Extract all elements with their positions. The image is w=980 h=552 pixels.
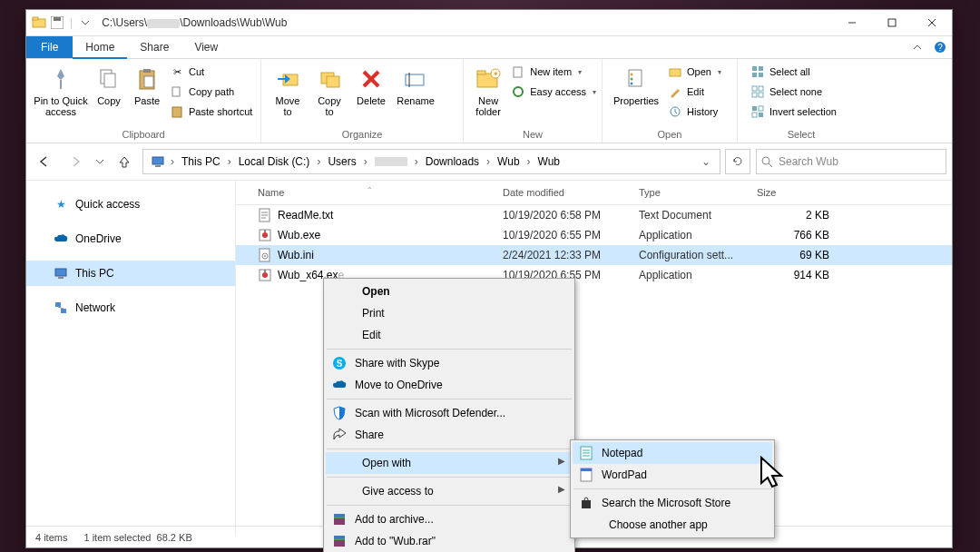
nav-this-pc[interactable]: This PC xyxy=(26,261,235,286)
new-item-button[interactable]: New item ▾ xyxy=(511,63,596,81)
search-input[interactable]: Search Wub xyxy=(756,149,946,174)
svg-rect-12 xyxy=(104,74,115,87)
sub-notepad[interactable]: Notepad xyxy=(573,442,772,464)
svg-rect-41 xyxy=(752,86,757,91)
select-all-icon xyxy=(750,64,765,79)
easy-access-icon xyxy=(511,84,525,99)
ribbon-collapse-icon[interactable] xyxy=(906,36,928,58)
select-none-button[interactable]: Select none xyxy=(750,83,837,101)
ctx-open-with[interactable]: Open with▶ xyxy=(326,452,573,474)
ctx-move-onedrive[interactable]: Move to OneDrive xyxy=(326,374,573,396)
col-date[interactable]: Date modified xyxy=(503,187,639,198)
svg-rect-44 xyxy=(759,93,763,97)
back-button[interactable] xyxy=(32,149,57,174)
view-tab[interactable]: View xyxy=(181,36,230,58)
move-to-button[interactable]: Moveto xyxy=(267,63,309,117)
col-type[interactable]: Type xyxy=(639,187,757,198)
ctx-print[interactable]: Print xyxy=(326,302,573,324)
copy-path-button[interactable]: Copy path xyxy=(170,83,252,101)
sub-wordpad[interactable]: WordPad xyxy=(573,464,772,486)
svg-rect-39 xyxy=(752,73,757,77)
up-button[interactable] xyxy=(112,149,137,174)
svg-rect-76 xyxy=(334,539,345,547)
file-row[interactable]: Wub.ini2/24/2021 12:33 PMConfiguration s… xyxy=(236,245,952,265)
nav-network[interactable]: Network xyxy=(26,295,235,320)
share-tab[interactable]: Share xyxy=(127,36,181,58)
pc-icon xyxy=(54,266,68,281)
sub-choose[interactable]: Choose another app xyxy=(573,514,772,536)
col-name[interactable]: ⌃Name xyxy=(236,187,503,198)
invert-selection-button[interactable]: Invert selection xyxy=(750,103,837,121)
winrar-icon xyxy=(331,535,348,547)
svg-rect-56 xyxy=(61,309,66,313)
svg-rect-75 xyxy=(334,514,345,517)
svg-rect-43 xyxy=(752,93,757,97)
svg-rect-48 xyxy=(759,113,763,117)
edit-button[interactable]: Edit xyxy=(668,83,721,101)
file-tab[interactable]: File xyxy=(26,36,73,58)
svg-rect-14 xyxy=(143,69,151,73)
recent-dropdown[interactable] xyxy=(93,149,106,174)
close-button[interactable] xyxy=(912,10,952,35)
ctx-add-archive[interactable]: Add to archive... xyxy=(326,508,573,530)
svg-rect-50 xyxy=(155,165,161,167)
ctx-edit[interactable]: Edit xyxy=(326,324,573,346)
nav-onedrive[interactable]: OneDrive xyxy=(26,226,235,251)
forward-button[interactable] xyxy=(63,149,88,174)
svg-point-69 xyxy=(262,272,268,278)
help-icon[interactable]: ? xyxy=(928,36,952,58)
ctx-give-access[interactable]: Give access to▶ xyxy=(326,480,573,502)
invert-icon xyxy=(750,104,765,119)
new-folder-button[interactable]: ✶Newfolder xyxy=(469,63,507,117)
svg-rect-42 xyxy=(759,86,763,91)
wordpad-icon xyxy=(578,468,594,482)
select-all-button[interactable]: Select all xyxy=(750,63,837,81)
svg-rect-70 xyxy=(264,270,266,272)
open-button[interactable]: Open ▾ xyxy=(668,63,721,81)
svg-rect-15 xyxy=(144,76,153,87)
svg-rect-29 xyxy=(514,67,522,77)
file-row[interactable]: Wub.exe10/19/2020 6:55 PMApplication766 … xyxy=(236,225,952,245)
easy-access-button[interactable]: Easy access ▾ xyxy=(511,83,596,101)
svg-line-52 xyxy=(769,163,772,167)
sep: | xyxy=(70,16,73,29)
file-row[interactable]: ReadMe.txt10/19/2020 6:58 PMText Documen… xyxy=(236,205,952,225)
paste-shortcut-icon xyxy=(170,104,184,119)
copy-button[interactable]: Copy xyxy=(90,63,128,106)
maximize-button[interactable] xyxy=(872,10,912,35)
winrar-icon xyxy=(331,513,348,526)
clipboard-group-label: Clipboard xyxy=(26,128,260,143)
dropdown-icon[interactable] xyxy=(78,15,93,30)
ctx-defender[interactable]: Scan with Microsoft Defender... xyxy=(326,402,573,424)
home-tab[interactable]: Home xyxy=(73,36,127,59)
pin-icon xyxy=(46,64,75,94)
ctx-open[interactable]: Open xyxy=(326,281,573,302)
organize-group-label: Organize xyxy=(261,128,463,143)
history-button[interactable]: History xyxy=(668,103,721,121)
titlebar: | C:\Users\\Downloads\Wub\Wub xyxy=(26,10,952,36)
sub-store[interactable]: Search the Microsoft Store xyxy=(573,492,772,514)
ctx-share-skype[interactable]: SShare with Skype xyxy=(326,352,573,374)
refresh-button[interactable] xyxy=(725,149,750,174)
cut-button[interactable]: ✂Cut xyxy=(170,63,252,81)
svg-rect-64 xyxy=(264,230,266,232)
ctx-add-wub-rar[interactable]: Add to "Wub.rar" xyxy=(326,530,573,552)
ctx-share[interactable]: Share xyxy=(326,424,573,446)
minimize-button[interactable] xyxy=(832,10,872,35)
column-headers[interactable]: ⌃Name Date modified Type Size xyxy=(236,181,952,205)
new-item-icon xyxy=(511,64,525,79)
properties-button[interactable]: Properties xyxy=(608,63,664,106)
breadcrumb-box[interactable]: ›This PC›Local Disk (C:)›Users››Download… xyxy=(142,149,720,174)
rename-button[interactable]: Rename xyxy=(392,63,439,106)
paste-button[interactable]: Paste xyxy=(128,63,166,106)
col-size[interactable]: Size xyxy=(757,187,848,198)
file-icon xyxy=(258,208,272,222)
pin-quick-access-button[interactable]: Pin to Quickaccess xyxy=(32,63,90,117)
nav-quick-access[interactable]: ★Quick access xyxy=(26,192,235,217)
svg-rect-3 xyxy=(54,17,61,21)
copy-to-button[interactable]: Copyto xyxy=(309,63,350,117)
breadcrumb-dropdown-icon[interactable]: ⌄ xyxy=(696,155,716,168)
paste-shortcut-button[interactable]: Paste shortcut xyxy=(170,103,252,121)
delete-button[interactable]: Delete xyxy=(350,63,392,106)
save-icon[interactable] xyxy=(50,15,64,30)
